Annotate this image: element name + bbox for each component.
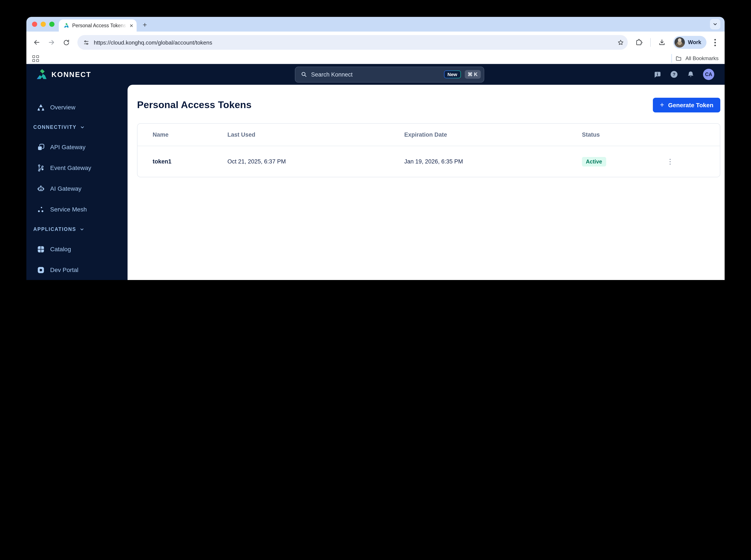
apps-grid-icon[interactable] bbox=[33, 55, 39, 62]
sidebar: Overview CONNECTIVITY API Gateway bbox=[26, 85, 127, 280]
profile-name: Work bbox=[688, 39, 701, 45]
toolbar-divider bbox=[650, 38, 651, 47]
page-title: Personal Access Tokens bbox=[137, 99, 251, 111]
generate-token-button[interactable]: + Generate Token bbox=[653, 98, 720, 113]
sidebar-item-label: AI Gateway bbox=[50, 185, 81, 192]
ai-gateway-icon bbox=[36, 184, 45, 193]
forward-button[interactable] bbox=[44, 36, 58, 49]
site-info-icon[interactable] bbox=[83, 39, 89, 46]
table-header-row: Name Last Used Expiration Date Status bbox=[138, 124, 720, 146]
window-controls bbox=[32, 22, 55, 27]
sidebar-item-dev-portal[interactable]: Dev Portal bbox=[26, 259, 127, 280]
column-header-expiration-date: Expiration Date bbox=[404, 132, 582, 138]
service-mesh-icon bbox=[36, 205, 45, 214]
profile-avatar bbox=[674, 37, 685, 47]
sidebar-item-api-gateway[interactable]: API Gateway bbox=[26, 137, 127, 157]
konnect-app: KONNECT New ⌘ K ? bbox=[26, 64, 725, 280]
sidebar-item-label: Service Mesh bbox=[50, 206, 87, 213]
chevron-down-icon bbox=[80, 125, 85, 129]
main-content: Personal Access Tokens + Generate Token … bbox=[127, 85, 725, 280]
column-header-status: Status bbox=[582, 132, 667, 138]
sidebar-item-catalog[interactable]: Catalog bbox=[26, 239, 127, 259]
tab-strip: Personal Access Tokens | Kon × + bbox=[26, 17, 725, 32]
back-button[interactable] bbox=[30, 36, 44, 49]
close-window-button[interactable] bbox=[32, 22, 37, 27]
row-actions-kebab-icon[interactable]: ⋮ bbox=[667, 157, 677, 166]
column-header-last-used: Last Used bbox=[227, 132, 404, 138]
column-header-name: Name bbox=[153, 132, 227, 138]
sidebar-item-service-mesh[interactable]: Service Mesh bbox=[26, 199, 127, 220]
maximize-window-button[interactable] bbox=[49, 22, 55, 27]
notifications-bell-icon[interactable] bbox=[687, 70, 695, 79]
topbar-actions: ? CA bbox=[653, 69, 714, 80]
event-gateway-icon bbox=[36, 163, 45, 172]
sidebar-item-label: Overview bbox=[50, 104, 76, 111]
all-bookmarks-label: All Bookmarks bbox=[686, 55, 718, 61]
tokens-table-card: Name Last Used Expiration Date Status to… bbox=[137, 123, 720, 177]
toolbar-right: Work bbox=[632, 36, 719, 49]
konnect-logo[interactable]: KONNECT bbox=[35, 68, 91, 81]
plus-icon: + bbox=[660, 101, 664, 108]
all-bookmarks[interactable]: All Bookmarks bbox=[672, 54, 718, 63]
search-shortcut-chip: ⌘ K bbox=[465, 70, 481, 79]
sidebar-item-overview[interactable]: Overview bbox=[26, 97, 127, 118]
token-last-used: Oct 21, 2025, 6:37 PM bbox=[227, 158, 404, 165]
search-input[interactable] bbox=[311, 71, 440, 78]
token-expiration-date: Jan 19, 2026, 6:35 PM bbox=[404, 158, 582, 165]
browser-tab[interactable]: Personal Access Tokens | Kon × bbox=[59, 19, 137, 32]
bookmarks-bar: All Bookmarks bbox=[26, 53, 725, 64]
token-name: token1 bbox=[153, 158, 227, 165]
refresh-button[interactable] bbox=[59, 36, 73, 49]
sidebar-item-label: Event Gateway bbox=[50, 164, 91, 171]
section-label: CONNECTIVITY bbox=[33, 124, 77, 130]
search-icon bbox=[300, 71, 307, 78]
url-text[interactable]: https://cloud.konghq.com/global/account/… bbox=[94, 39, 613, 46]
table-row: token1 Oct 21, 2025, 6:37 PM Jan 19, 202… bbox=[138, 146, 720, 177]
folder-icon bbox=[675, 55, 682, 62]
browser-menu-kebab-icon[interactable] bbox=[711, 36, 719, 49]
browser-toolbar: https://cloud.konghq.com/global/account/… bbox=[26, 32, 725, 53]
sidebar-section-applications[interactable]: APPLICATIONS bbox=[26, 220, 127, 239]
konnect-wordmark: KONNECT bbox=[52, 70, 91, 79]
konnect-topbar: KONNECT New ⌘ K ? bbox=[26, 64, 725, 85]
tab-close-icon[interactable]: × bbox=[130, 22, 133, 28]
sidebar-section-connectivity[interactable]: CONNECTIVITY bbox=[26, 118, 127, 137]
address-bar[interactable]: https://cloud.konghq.com/global/account/… bbox=[77, 35, 628, 50]
kong-gorilla-icon bbox=[35, 68, 47, 81]
sidebar-item-event-gateway[interactable]: Event Gateway bbox=[26, 157, 127, 178]
overview-icon bbox=[36, 103, 45, 112]
tab-favicon-icon bbox=[63, 22, 69, 28]
help-icon[interactable]: ? bbox=[670, 70, 678, 79]
search-new-badge: New bbox=[444, 71, 461, 78]
browser-profile-chip[interactable]: Work bbox=[673, 36, 707, 49]
user-avatar[interactable]: CA bbox=[703, 69, 714, 80]
tab-title: Personal Access Tokens | Kon bbox=[72, 23, 127, 28]
chevron-down-icon bbox=[80, 227, 84, 232]
app-body: Overview CONNECTIVITY API Gateway bbox=[26, 85, 725, 280]
global-search[interactable]: New ⌘ K bbox=[295, 66, 484, 82]
generate-token-label: Generate Token bbox=[668, 102, 713, 108]
sidebar-item-ai-gateway[interactable]: AI Gateway bbox=[26, 178, 127, 199]
content-header: Personal Access Tokens + Generate Token bbox=[137, 98, 720, 113]
tab-search-chevron-icon[interactable] bbox=[710, 19, 720, 29]
extensions-icon[interactable] bbox=[632, 36, 646, 49]
desktop: Personal Access Tokens | Kon × + bbox=[0, 0, 751, 280]
dev-portal-icon bbox=[36, 265, 45, 274]
status-badge: Active bbox=[582, 157, 606, 166]
browser-window: Personal Access Tokens | Kon × + bbox=[26, 17, 725, 280]
sidebar-item-label: Dev Portal bbox=[50, 266, 79, 273]
sidebar-item-label: Catalog bbox=[50, 246, 71, 253]
whats-new-icon[interactable] bbox=[653, 70, 662, 79]
downloads-icon[interactable] bbox=[655, 36, 669, 49]
svg-text:?: ? bbox=[673, 72, 675, 77]
bookmarks-divider bbox=[672, 54, 672, 63]
bookmark-star-icon[interactable] bbox=[617, 39, 624, 46]
section-label: APPLICATIONS bbox=[33, 226, 76, 232]
sidebar-item-label: API Gateway bbox=[50, 144, 85, 151]
minimize-window-button[interactable] bbox=[41, 22, 46, 27]
api-gateway-icon bbox=[36, 143, 45, 151]
catalog-icon bbox=[36, 245, 45, 254]
new-tab-button[interactable]: + bbox=[141, 21, 149, 29]
